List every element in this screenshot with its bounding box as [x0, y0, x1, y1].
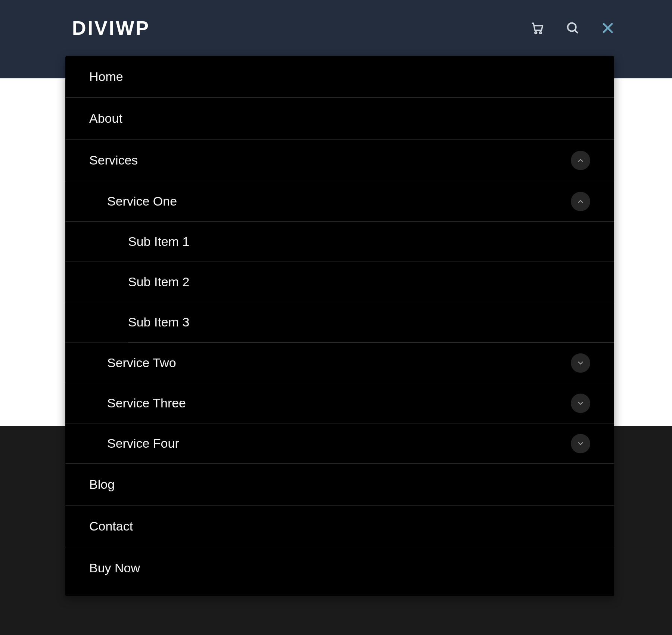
menu-item-label: Service Three — [107, 383, 186, 423]
menu-item-label: Sub Item 3 — [128, 302, 189, 342]
menu-item-label: Service One — [107, 181, 177, 221]
svg-point-0 — [535, 32, 537, 34]
menu-item-label: Sub Item 1 — [128, 222, 189, 262]
svg-line-3 — [575, 30, 578, 33]
menu-item-label: Blog — [89, 464, 115, 505]
menu-item-label: Buy Now — [89, 547, 140, 589]
menu-item-blog[interactable]: Blog — [65, 464, 614, 506]
menu-item-label: Home — [89, 56, 123, 97]
chevron-up-icon — [576, 197, 585, 206]
collapse-toggle[interactable] — [571, 151, 590, 170]
menu-item-sub-3[interactable]: Sub Item 3 — [65, 302, 614, 342]
logo-text: DIVIWP — [72, 17, 150, 39]
menu-item-about[interactable]: About — [65, 98, 614, 140]
expand-toggle[interactable] — [571, 394, 590, 413]
menu-item-sub-1[interactable]: Sub Item 1 — [65, 221, 614, 262]
menu-item-buy-now[interactable]: Buy Now — [65, 547, 614, 589]
svg-point-1 — [539, 32, 541, 34]
search-icon[interactable] — [564, 20, 581, 36]
menu-item-contact[interactable]: Contact — [65, 506, 614, 547]
menu-item-label: Sub Item 2 — [128, 262, 189, 302]
menu-item-label: About — [89, 98, 122, 139]
stage: DIVIWP — [0, 0, 672, 635]
submenu-services: Service One Sub Item 1 — [65, 181, 614, 463]
expand-toggle[interactable] — [571, 353, 590, 373]
chevron-down-icon — [576, 399, 585, 407]
menu-item-services[interactable]: Services Service One — [65, 140, 614, 464]
expand-toggle[interactable] — [571, 434, 590, 453]
menu-item-label: Service Two — [107, 343, 176, 383]
menu-item-label: Services — [89, 140, 138, 181]
menu-item-service-one[interactable]: Service One Sub Item 1 — [65, 181, 614, 342]
header-actions — [529, 20, 616, 36]
menu-list: Home About Services S — [65, 56, 614, 589]
chevron-up-icon — [576, 156, 585, 165]
logo[interactable]: DIVIWP — [69, 17, 150, 39]
close-icon[interactable] — [600, 20, 616, 36]
menu-item-service-three[interactable]: Service Three — [65, 383, 614, 423]
menu-item-label: Contact — [89, 506, 133, 547]
menu-item-service-four[interactable]: Service Four — [65, 423, 614, 463]
chevron-down-icon — [576, 440, 585, 448]
chevron-down-icon — [576, 359, 585, 367]
menu-item-home[interactable]: Home — [65, 56, 614, 98]
menu-item-label: Service Four — [107, 423, 179, 463]
menu-item-sub-2[interactable]: Sub Item 2 — [65, 262, 614, 302]
collapse-toggle[interactable] — [571, 192, 590, 211]
submenu-service-one: Sub Item 1 Sub Item 2 Sub Item 3 — [65, 221, 614, 342]
mobile-menu-panel: Home About Services S — [65, 56, 614, 596]
cart-icon[interactable] — [529, 20, 546, 36]
menu-item-service-two[interactable]: Service Two — [65, 342, 614, 383]
